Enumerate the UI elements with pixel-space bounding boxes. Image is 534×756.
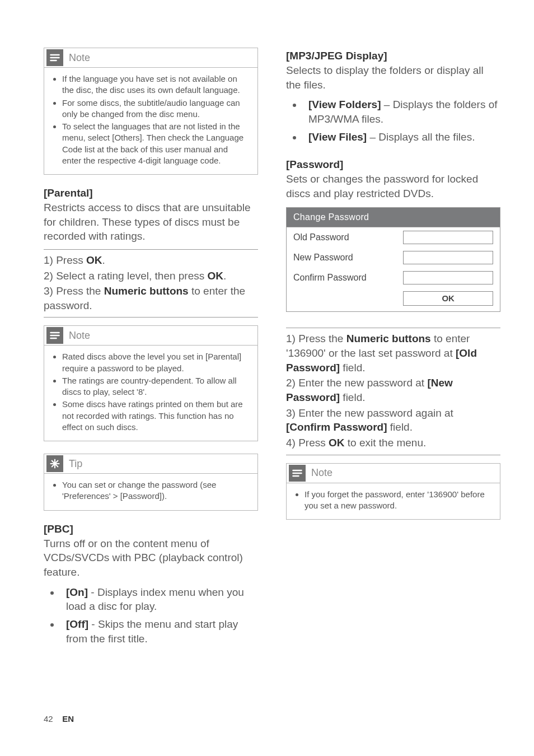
page-number: 42 xyxy=(44,714,53,724)
step: 3) Press the Numeric buttons to enter th… xyxy=(44,284,258,312)
tip-label: Tip xyxy=(69,458,82,470)
parental-heading: [Parental] xyxy=(44,187,258,199)
tip-item: You can set or change the password (see … xyxy=(62,479,249,502)
note-item: To select the languages that are not lis… xyxy=(62,121,249,166)
pbc-option-on: [On] - Displays index menu when you load… xyxy=(60,585,258,614)
tip-icon xyxy=(46,455,63,472)
change-password-panel: Change Password Old Password New Passwor… xyxy=(286,207,500,312)
note-list: Rated discs above the level you set in [… xyxy=(53,351,249,433)
step: 2) Select a rating level, then press OK. xyxy=(44,269,258,283)
pbc-heading: [PBC] xyxy=(44,523,258,535)
right-column: [MP3/JPEG Display] Selects to display th… xyxy=(286,48,500,649)
note-label: Note xyxy=(69,330,90,342)
tip-box: Tip You can set or change the password (… xyxy=(44,454,258,511)
step: 1) Press OK. xyxy=(44,253,258,268)
note-icon xyxy=(46,327,63,344)
ok-button[interactable]: OK xyxy=(403,291,493,306)
parental-description: Restricts access to discs that are unsui… xyxy=(44,200,258,244)
new-password-label: New Password xyxy=(293,253,403,263)
pbc-options: [On] - Displays index menu when you load… xyxy=(44,585,258,646)
new-password-field[interactable] xyxy=(403,251,493,264)
note-list: If you forget the password, enter '13690… xyxy=(296,489,491,512)
note-item: If you forget the password, enter '13690… xyxy=(305,489,491,512)
mp3-option-files: [View Files] – Displays all the files. xyxy=(303,130,500,144)
step: 4) Press OK to exit the menu. xyxy=(286,436,500,450)
password-steps: 1) Press the Numeric buttons to enter '1… xyxy=(286,328,500,455)
page-lang: EN xyxy=(62,714,74,724)
note-item: If the language you have set is not avai… xyxy=(62,73,249,96)
step: 3) Enter the new password again at [Conf… xyxy=(286,406,500,435)
note-box-password: Note If you forget the password, enter '… xyxy=(286,463,500,520)
parental-steps: 1) Press OK. 2) Select a rating level, t… xyxy=(44,249,258,318)
confirm-password-row: Confirm Password xyxy=(287,268,500,288)
new-password-row: New Password xyxy=(287,248,500,268)
pbc-option-off: [Off] - Skips the menu and start play fr… xyxy=(60,617,258,646)
note-icon xyxy=(289,465,306,482)
password-description: Sets or changes the password for locked … xyxy=(286,172,500,200)
mp3-description: Selects to display the folders or displa… xyxy=(286,63,500,92)
note-item: Some discs have ratings printed on them … xyxy=(62,399,249,433)
note-item: For some discs, the subtitle/audio langu… xyxy=(62,97,249,120)
old-password-field[interactable] xyxy=(403,231,493,244)
note-item: The ratings are country-dependent. To al… xyxy=(62,375,249,398)
note-list: If the language you have set is not avai… xyxy=(53,73,249,166)
old-password-label: Old Password xyxy=(293,232,403,242)
confirm-password-field[interactable] xyxy=(403,271,493,284)
left-column: Note If the language you have set is not… xyxy=(44,48,258,649)
note-box-language: Note If the language you have set is not… xyxy=(44,48,258,175)
mp3-heading: [MP3/JPEG Display] xyxy=(286,50,500,62)
mp3-option-folders: [View Folders] – Displays the folders of… xyxy=(303,97,500,126)
change-password-title: Change Password xyxy=(287,208,500,227)
tip-list: You can set or change the password (see … xyxy=(53,479,249,502)
step: 1) Press the Numeric buttons to enter '1… xyxy=(286,332,500,375)
confirm-password-label: Confirm Password xyxy=(293,273,403,283)
note-box-parental: Note Rated discs above the level you set… xyxy=(44,325,258,441)
step: 2) Enter the new password at [New Passwo… xyxy=(286,376,500,404)
note-item: Rated discs above the level you set in [… xyxy=(62,351,249,374)
old-password-row: Old Password xyxy=(287,227,500,248)
note-label: Note xyxy=(311,467,332,479)
note-icon xyxy=(46,49,63,66)
page-footer: 42 EN xyxy=(44,714,74,724)
pbc-description: Turns off or on the content menu of VCDs… xyxy=(44,536,258,580)
note-label: Note xyxy=(69,52,90,64)
password-heading: [Password] xyxy=(286,158,500,171)
mp3-options: [View Folders] – Displays the folders of… xyxy=(286,97,500,144)
